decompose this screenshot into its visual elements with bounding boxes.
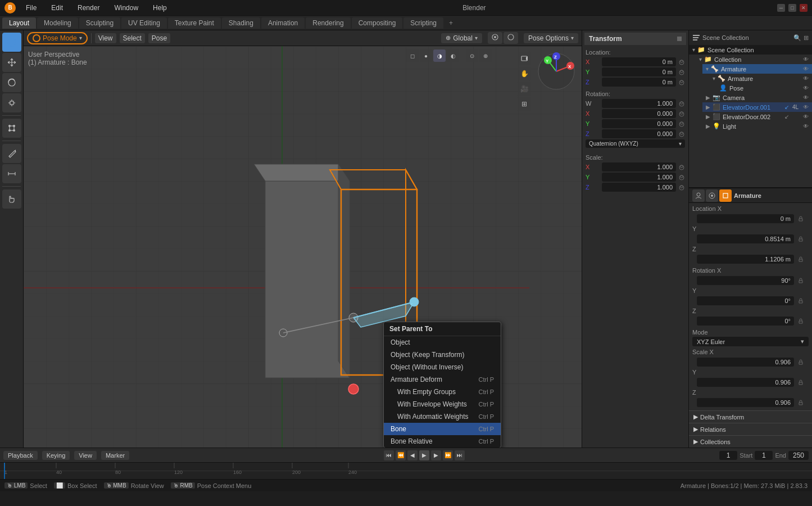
rotate-tool[interactable] [2,73,21,92]
move-tool[interactable] [2,53,21,72]
outliner-search-icon[interactable]: 🔍 [793,34,801,42]
orientation-arrow[interactable]: ▾ [475,35,478,41]
tab-rendering[interactable]: Rendering [306,17,350,29]
scale-z-lock-icon[interactable] [678,184,685,191]
props-loc-z-lock[interactable] [797,256,804,263]
tab-modeling[interactable]: Modeling [37,17,78,29]
proportional-edit-button[interactable] [503,32,518,44]
rot-y-value[interactable]: 0.000 [602,119,676,128]
3d-viewport[interactable]: Pose Mode ▾ View Select Pose ⊕ Global ▾ [24,30,582,448]
scale-y-value[interactable]: 1.000 [602,173,676,182]
collection-eye-icon[interactable]: 👁 [803,56,809,62]
rot-w-value[interactable]: 1.000 [602,99,676,108]
rot-z-lock-icon[interactable] [678,130,685,137]
orientation-selector[interactable]: ⊕ Global ▾ [441,33,482,43]
solid-mode-button[interactable]: ● [420,49,432,62]
ctx-object-keep-transform[interactable]: Object (Keep Transform) [384,349,501,361]
tab-animation[interactable]: Animation [261,17,305,29]
grid-view-button[interactable]: ⊞ [518,97,531,111]
props-rot-x[interactable]: 90° [697,276,794,285]
prev-frame-button[interactable]: ◀ [407,450,418,460]
outliner-item-elevator-door-2[interactable]: ▶ ⬛ ElevatorDoor.002 ↙ 👁 [702,112,812,121]
close-button[interactable]: ✕ [800,4,808,12]
gizmo-button[interactable]: ⊕ [479,49,492,62]
props-scale-x-lock[interactable] [797,359,804,365]
view-menu[interactable]: View [95,33,116,43]
loc-y-lock-icon[interactable] [678,69,685,75]
maximize-button[interactable]: □ [788,4,796,12]
scale-z-value[interactable]: 1.000 [602,183,676,192]
ctx-armature-deform[interactable]: Armature Deform Ctrl P [384,373,501,386]
outliner-item-armature-data[interactable]: ▾ 🦴 Armature 👁 [709,74,812,83]
elevator-door-1-arrow-icon[interactable]: ↙ [784,104,789,110]
tab-shading[interactable]: Shading [222,17,260,29]
rotation-mode-selector[interactable]: Quaternion (WXYZ) ▾ [586,139,685,148]
tab-scripting[interactable]: Scripting [403,17,443,29]
props-object-icon[interactable] [719,189,732,202]
overlay-button[interactable]: ⊙ [466,49,478,62]
elevator-door-2-eye-icon[interactable]: 👁 [803,114,809,120]
navigation-gizmo[interactable]: X Y Z [537,52,576,91]
marker-button[interactable]: Marker [101,451,129,460]
loc-x-lock-icon[interactable] [678,58,685,65]
viewport-canvas[interactable]: User Perspective (1) Armature : Bone X Y… [24,46,582,448]
annotate-tool[interactable] [2,144,21,163]
armature-eye-icon[interactable]: 👁 [803,66,809,72]
cursor-tool[interactable] [2,33,21,52]
relations-header[interactable]: ▶ Relations [689,423,812,435]
view-button[interactable]: View [74,451,97,460]
ctx-bone[interactable]: Bone Ctrl P [384,423,501,435]
props-scale-x[interactable]: 0.906 [697,358,794,367]
film-camera-button[interactable]: 🎥 [518,82,531,96]
snap-button[interactable] [488,32,502,44]
tab-texture-paint[interactable]: Texture Paint [168,17,221,29]
rot-x-value[interactable]: 0.000 [602,109,676,118]
menu-edit[interactable]: Edit [47,3,67,13]
rot-y-lock-icon[interactable] [678,120,685,127]
ctx-with-empty-groups[interactable]: With Empty Groups Ctrl P [384,386,501,398]
select-menu[interactable]: Select [120,33,145,43]
tab-layout[interactable]: Layout [2,17,36,29]
outliner-item-pose[interactable]: 👤 Pose 👁 [689,83,812,93]
outliner-item-camera[interactable]: ▶ 📷 Camera 👁 [702,93,812,102]
next-keyframe-button[interactable]: ⏩ [443,450,453,460]
pose-menu[interactable]: Pose [148,33,170,43]
outliner-item-scene-collection[interactable]: ▾ 📁 Scene Collection [689,45,812,55]
pose-eye-icon[interactable]: 👁 [803,85,809,91]
ctx-bone-relative[interactable]: Bone Relative Ctrl P [384,435,501,448]
props-render-icon[interactable] [706,189,718,202]
props-rot-z-lock[interactable] [797,318,804,324]
ctx-object-without-inverse[interactable]: Object (Without Inverse) [384,361,501,373]
add-workspace-button[interactable]: + [444,17,457,29]
delta-transform-header[interactable]: ▶ Delta Transform [689,411,812,423]
jump-to-start-button[interactable]: ⏮ [384,450,394,460]
props-rot-x-lock[interactable] [797,277,804,284]
playback-button[interactable]: Playback [3,451,38,460]
camera-eye-icon[interactable]: 👁 [803,94,809,101]
elevator-door-2-arrow-icon[interactable]: ↙ [784,114,789,120]
minimize-button[interactable]: ─ [777,4,785,12]
rot-z-value[interactable]: 0.000 [602,129,676,138]
menu-help[interactable]: Help [148,3,171,13]
end-frame-input[interactable]: 250 [788,451,809,460]
armature-data-eye-icon[interactable]: 👁 [803,75,809,82]
panel-resize-handle[interactable] [677,37,682,41]
ctx-object[interactable]: Object [384,336,501,349]
rendered-mode-button[interactable]: ◐ [447,49,459,62]
tab-uv-editing[interactable]: UV Editing [121,17,167,29]
jump-to-end-button[interactable]: ⏭ [455,450,465,460]
hand-tool-button[interactable]: ✋ [518,67,531,80]
props-loc-y-lock[interactable] [797,236,804,242]
camera-view-button[interactable] [518,52,531,65]
timeline-ruler[interactable]: 1 40 80 120 160 200 240 [0,463,812,479]
props-mode-selector[interactable]: XYZ Euler ▾ [692,337,809,346]
menu-window[interactable]: Window [110,3,143,13]
loc-x-value[interactable]: 0 m [602,57,676,66]
props-rot-y-lock[interactable] [797,297,804,304]
outliner-item-armature[interactable]: ▾ 🦴 Armature 👁 [702,64,812,74]
props-scale-z-lock[interactable] [797,399,804,406]
props-scale-y-lock[interactable] [797,379,804,386]
mode-dropdown-arrow[interactable]: ▾ [79,35,82,41]
rot-w-lock-icon[interactable] [678,100,685,107]
start-frame-input[interactable]: 1 [755,451,773,460]
